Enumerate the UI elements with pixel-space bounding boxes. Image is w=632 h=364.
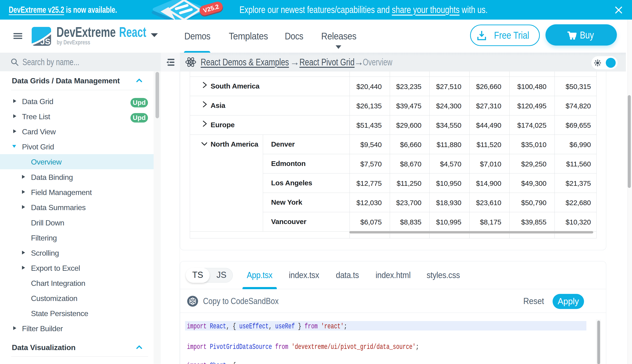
svg-text:JS: JS [40, 37, 51, 46]
